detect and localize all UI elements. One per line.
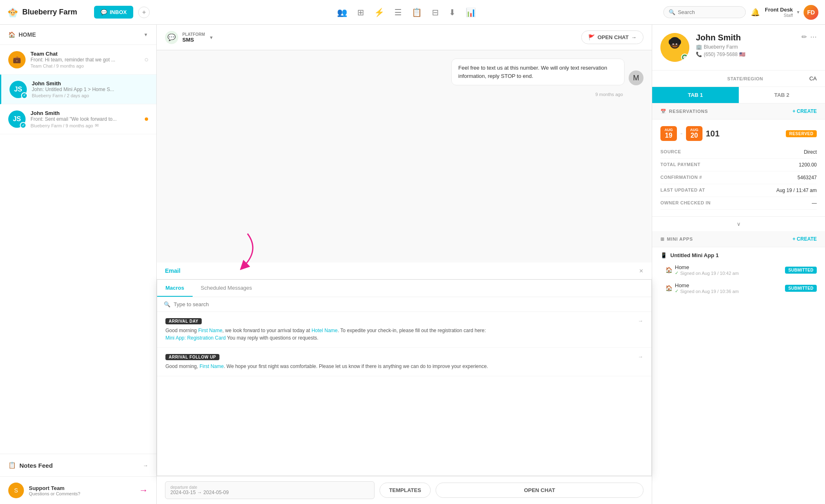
templates-button[interactable]: TEMPLATES <box>380 483 431 498</box>
conversation-body: John Smith Front: Sent email "We look fo… <box>31 110 140 128</box>
create-reservation-button[interactable]: + CREATE <box>792 108 817 114</box>
phone-icon: 📱 <box>660 252 667 258</box>
svg-point-15 <box>676 44 677 45</box>
platform-chevron-icon[interactable]: ▼ <box>209 35 214 40</box>
inbox-icon: 💬 <box>101 9 107 15</box>
macros-tabs: Macros Scheduled Messages <box>157 280 651 297</box>
macro-arrow-icon: → <box>638 354 643 360</box>
expand-reservation-button[interactable]: ∨ <box>652 217 825 231</box>
list-icon[interactable]: ☰ <box>394 7 402 17</box>
arrow-right-icon: → <box>631 34 636 40</box>
home-nav[interactable]: 🏠 HOME <box>8 31 36 38</box>
app-logo: Blueberry Farm <box>7 6 89 19</box>
conversation-item[interactable]: 💼 Team Chat Front: Hi team, reminder tha… <box>0 45 156 75</box>
search-icon: 🔍 <box>669 9 675 15</box>
check-icon: ✓ <box>675 288 679 294</box>
mini-app-item-left: 🏠 Home ✓ Signed on Aug 19 / 10:36 am <box>665 282 739 294</box>
chat-bottom: departure date 2024-03-15 → 2024-05-09 T… <box>157 476 652 504</box>
reservation-confirmation: CONFIRMATION # 5463247 <box>660 171 817 184</box>
bolt-icon[interactable]: ⚡ <box>374 7 384 17</box>
reservation-payment: TOTAL PAYMENT 1200.00 <box>660 159 817 171</box>
edit-icon[interactable]: ✏ <box>801 33 807 41</box>
support-team[interactable]: S Support Team Questions or Comments? → <box>0 476 156 504</box>
tab-scheduled[interactable]: Scheduled Messages <box>193 280 260 297</box>
clipboard-icon[interactable]: 📋 <box>412 7 422 17</box>
contacts-icon[interactable]: 👥 <box>337 7 347 17</box>
contact-info: John Smith 🏢 Blueberry Farm 📞 (650) 769-… <box>696 33 795 57</box>
macro-item[interactable]: ARRIVAL DAY → Good morning First Name, w… <box>157 312 651 348</box>
message-avatar: M <box>629 70 644 85</box>
table-icon[interactable]: ⊟ <box>432 7 439 17</box>
contact-phone: 📞 (650) 769-5688 🇺🇸 <box>696 52 795 57</box>
svg-point-4 <box>10 10 15 16</box>
sidebar: 🏠 HOME ▼ 💼 Team Chat Front: Hi team, rem… <box>0 25 157 504</box>
home-icon: 🏠 <box>8 31 15 38</box>
reservation-dates: AUG 19 - AUG 20 101 RESERVED <box>660 126 817 141</box>
mini-app-meta: ✓ Signed on Aug 19 / 10:42 am <box>675 270 739 276</box>
contact-actions: ✏ ⋯ <box>801 33 817 41</box>
reservation-updated: LAST UPDATED AT Aug 19 / 11:47 am <box>660 184 817 197</box>
tab-1-button[interactable]: TAB 1 <box>652 87 739 103</box>
tab-2-button[interactable]: TAB 2 <box>739 87 825 103</box>
unread-indicator <box>145 117 148 121</box>
notes-feed[interactable]: 📋 Notes Feed → <box>0 454 156 476</box>
sidebar-header: 🏠 HOME ▼ <box>0 25 156 45</box>
svg-point-13 <box>677 39 681 45</box>
notes-feed-arrow-icon: → <box>143 462 148 469</box>
departure-info: departure date 2024-03-15 → 2024-05-09 <box>165 481 375 499</box>
create-mini-app-button[interactable]: + CREATE <box>792 236 817 242</box>
check-badge: ✓ <box>20 122 26 129</box>
macros-search-input[interactable] <box>174 301 645 307</box>
reservation-card: AUG 19 - AUG 20 101 RESERVED SOURCE Dire… <box>652 120 825 217</box>
mini-app-item-info: Home ✓ Signed on Aug 19 / 10:36 am <box>675 282 739 294</box>
right-panel: 💬 John Smith 🏢 Blueberry Farm 📞 (650) 76… <box>652 25 825 504</box>
macros-search: 🔍 <box>157 297 651 312</box>
notifications-icon[interactable]: 🔔 <box>751 8 760 17</box>
open-chat-header-button[interactable]: 🚩 OPEN CHAT → <box>581 30 644 44</box>
search-input[interactable] <box>678 9 740 15</box>
contact-tabs: TAB 1 TAB 2 <box>652 87 825 103</box>
reservation-checked-in: OWNER CHECKED IN — <box>660 197 817 210</box>
phone-icon: 📞 <box>696 52 702 57</box>
conversation-right <box>145 117 148 121</box>
mini-app-item-info: Home ✓ Signed on Aug 19 / 10:42 am <box>675 264 739 276</box>
check-out-date: AUG 20 <box>686 126 702 141</box>
mini-apps-title: ⊞ MINI APPS <box>660 237 693 242</box>
search-bar[interactable]: 🔍 <box>663 6 746 18</box>
top-bar: Blueberry Farm 💬 INBOX + 👥 ⊞ ⚡ ☰ 📋 ⊟ ⬇ 📊… <box>0 0 825 25</box>
add-inbox-button[interactable]: + <box>138 7 150 18</box>
chat-area: 💬 PLATFORM SMS ▼ 🚩 OPEN CHAT → <box>157 25 652 504</box>
contact-avatar: 💬 <box>660 33 689 62</box>
macro-item[interactable]: ARRIVAL FOLLOW UP → Good morning, First … <box>157 348 651 376</box>
message-bubble: Feel free to text us at this number. We … <box>451 59 625 85</box>
more-options-icon[interactable]: ⋯ <box>810 33 817 41</box>
platform-badge: 💬 <box>681 54 688 61</box>
app-title: Blueberry Farm <box>22 8 77 16</box>
notes-feed-label: 📋 Notes Feed <box>8 462 53 469</box>
user-avatar[interactable]: FD <box>804 5 818 20</box>
conversation-item[interactable]: JS ✓ John Smith Front: Sent email "We lo… <box>0 104 156 134</box>
avatar: JS ✓ <box>9 81 27 98</box>
user-menu[interactable]: Front Desk Staff ▼ FD <box>765 5 818 20</box>
list-item[interactable]: 🏠 Home ✓ Signed on Aug 19 / 10:36 am SUB… <box>652 279 825 297</box>
grid-icon[interactable]: ⊞ <box>357 7 364 17</box>
message-row: Feel free to text us at this number. We … <box>451 59 644 85</box>
building-icon: 🏢 <box>696 44 702 50</box>
sidebar-chevron-icon[interactable]: ▼ <box>144 32 148 37</box>
list-item[interactable]: 🏠 Home ✓ Signed on Aug 19 / 10:42 am SUB… <box>652 261 825 279</box>
calendar-icon: 📅 <box>660 109 667 114</box>
mini-app-meta: ✓ Signed on Aug 19 / 10:36 am <box>675 288 739 294</box>
flag-us-icon: 🇺🇸 <box>739 52 745 57</box>
tab-macros[interactable]: Macros <box>157 280 193 297</box>
state-region-row: SOURCE STATE/REGION CA <box>652 70 825 87</box>
download-icon[interactable]: ⬇ <box>449 7 456 17</box>
svg-point-14 <box>673 44 674 45</box>
email-expand-icon[interactable]: ✕ <box>639 268 644 274</box>
home-icon: 🏠 <box>665 267 672 273</box>
email-icon: ✉ <box>95 123 99 128</box>
open-chat-button[interactable]: OPEN CHAT <box>436 483 644 498</box>
chart-icon[interactable]: 📊 <box>466 7 476 17</box>
conversation-item[interactable]: JS ✓ John Smith John: Untitled Mini App … <box>0 75 156 104</box>
macro-arrow-icon: → <box>638 318 643 324</box>
inbox-button[interactable]: 💬 INBOX <box>94 6 133 19</box>
